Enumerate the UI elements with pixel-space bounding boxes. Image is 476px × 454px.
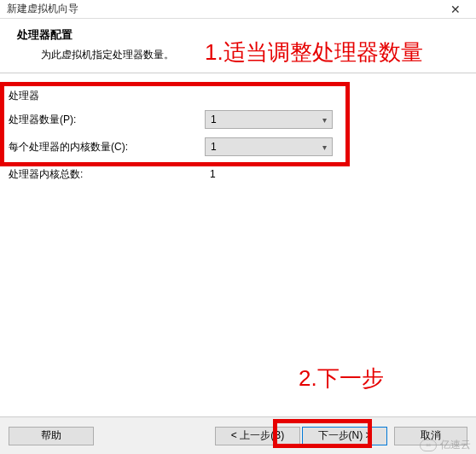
watermark-logo-icon: ∞ bbox=[420, 439, 437, 451]
content-area: 处理器 处理器数量(P): 1 ▾ 每个处理器的内核数量(C): 1 ▾ 处理器… bbox=[0, 73, 476, 188]
close-button[interactable]: ✕ bbox=[442, 1, 469, 18]
cores-per-processor-label: 每个处理器的内核数量(C): bbox=[9, 140, 205, 154]
cores-per-processor-dropdown[interactable]: 1 ▾ bbox=[205, 137, 333, 156]
titlebar: 新建虚拟机向导 ✕ bbox=[0, 0, 476, 19]
chevron-down-icon: ▾ bbox=[322, 115, 327, 125]
window-title: 新建虚拟机向导 bbox=[7, 2, 78, 16]
annotation-text-2: 2.下一步 bbox=[299, 364, 384, 393]
processor-count-dropdown[interactable]: 1 ▾ bbox=[205, 110, 333, 129]
total-cores-row: 处理器内核总数: 1 bbox=[0, 160, 476, 188]
annotation-text-1: 1.适当调整处理器数量 bbox=[205, 38, 423, 67]
processor-count-value: 1 bbox=[211, 114, 322, 125]
processor-count-label: 处理器数量(P): bbox=[9, 113, 205, 127]
cores-per-processor-row: 每个处理器的内核数量(C): 1 ▾ bbox=[0, 133, 476, 160]
watermark-text: 亿速云 bbox=[440, 438, 471, 452]
total-cores-value: 1 bbox=[205, 168, 216, 180]
help-button[interactable]: 帮助 bbox=[9, 427, 94, 445]
next-button[interactable]: 下一步(N) > bbox=[302, 427, 387, 445]
wizard-footer: 帮助 < 上一步(B) 下一步(N) > 取消 bbox=[0, 416, 476, 454]
total-cores-label: 处理器内核总数: bbox=[9, 167, 205, 182]
cores-per-processor-value: 1 bbox=[211, 141, 322, 153]
group-heading-row: 处理器 bbox=[0, 85, 476, 106]
close-icon: ✕ bbox=[450, 3, 461, 16]
watermark: ∞ 亿速云 bbox=[420, 438, 471, 452]
back-button[interactable]: < 上一步(B) bbox=[215, 427, 300, 445]
group-label: 处理器 bbox=[9, 89, 205, 103]
chevron-down-icon: ▾ bbox=[322, 143, 327, 152]
processor-count-row: 处理器数量(P): 1 ▾ bbox=[0, 106, 476, 133]
